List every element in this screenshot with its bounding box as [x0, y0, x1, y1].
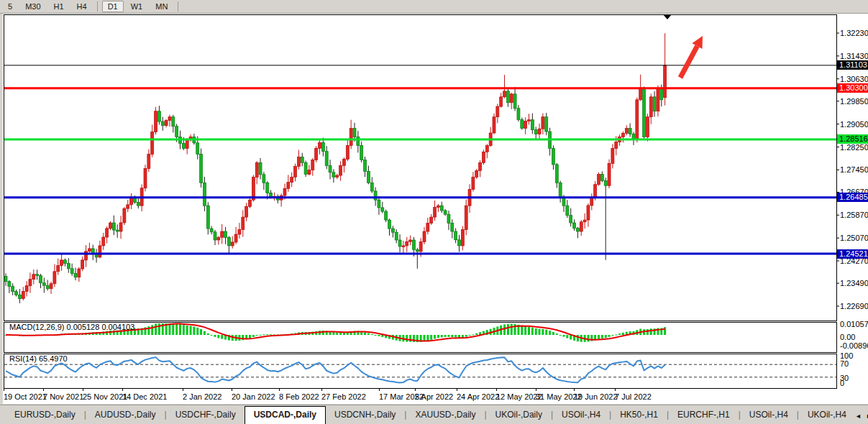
candle-body [517, 109, 520, 120]
candle-body [552, 149, 554, 165]
candle-body [315, 148, 318, 160]
candle-body [224, 231, 227, 237]
candle-body [127, 205, 129, 208]
macd-bar [207, 333, 209, 335]
macd-bar [217, 335, 219, 338]
candle-body [608, 163, 611, 185]
macd-bar [598, 335, 600, 339]
candle-body [221, 231, 224, 237]
candle-body [291, 177, 293, 182]
candle-body [151, 132, 154, 155]
candle-body [36, 275, 39, 276]
macd-bar [503, 325, 506, 335]
macd-bar [531, 328, 534, 335]
candle-body [357, 137, 360, 146]
candle-body [364, 160, 367, 171]
candle-body [311, 160, 314, 170]
candle-body [409, 240, 412, 241]
candle-body [102, 237, 105, 246]
macd-bar [196, 328, 198, 335]
candle-body [430, 217, 433, 223]
macd-bar [179, 324, 181, 335]
macd-bar [608, 335, 611, 337]
candle-body [458, 240, 461, 246]
candle-body [238, 229, 241, 234]
candle-body [472, 177, 475, 189]
macd-bar [647, 329, 649, 335]
candle-body [262, 175, 265, 183]
macd-bar [214, 335, 216, 337]
candle-body [165, 121, 168, 126]
candle-body [531, 120, 534, 130]
macd-bar [262, 334, 265, 335]
candle-body [521, 120, 524, 129]
candle-body [203, 183, 206, 206]
candle-body [545, 117, 548, 132]
price-chart-canvas[interactable] [0, 0, 868, 424]
pane-frame [4, 354, 837, 389]
macd-bar [175, 323, 178, 335]
price-line-badge: 1.31103 [837, 60, 868, 70]
candle-body [22, 291, 24, 298]
macd-bar [611, 335, 613, 336]
macd-bar [542, 329, 544, 335]
macd-bar [507, 324, 509, 335]
candle-body [625, 129, 628, 134]
candle-body [88, 249, 91, 252]
candle-body [63, 260, 66, 264]
candle-body [465, 206, 467, 229]
macd-indicator-label: MACD(12,26,9) 0.005128 0.004103 [9, 323, 134, 331]
candle-body [294, 166, 297, 177]
candle-body [434, 207, 437, 217]
candle-body [353, 129, 356, 137]
candle-body [600, 174, 603, 180]
macd-bar [256, 335, 258, 336]
macd-bar [249, 335, 251, 338]
macd-bar [475, 333, 478, 335]
macd-bar [375, 335, 377, 336]
candle-body [583, 220, 586, 222]
candle-body [42, 283, 45, 286]
candle-body [234, 234, 237, 242]
macd-bar [441, 335, 443, 337]
candle-body [119, 223, 122, 231]
macd-bar [332, 332, 334, 335]
candle-body [649, 97, 652, 117]
candle-body [451, 223, 454, 231]
candle-body [629, 129, 631, 134]
candle-body [231, 242, 234, 246]
macd-bar [378, 335, 380, 336]
candle-body [479, 162, 482, 170]
macd-bar [552, 332, 554, 335]
candle-body [447, 214, 450, 223]
candle-body [206, 206, 209, 229]
candle-body [538, 129, 541, 134]
candle-body [12, 287, 14, 292]
candle-body [4, 277, 7, 282]
candle-body [40, 276, 42, 283]
candle-body [336, 175, 339, 177]
macd-bar [221, 335, 223, 339]
candle-body [70, 269, 73, 274]
macd-bar [444, 335, 447, 337]
candle-body [570, 216, 572, 223]
candle-body [161, 121, 164, 126]
candle-body [503, 91, 506, 97]
macd-bar [260, 335, 262, 336]
candle-body [46, 285, 49, 288]
candle-body [301, 157, 303, 162]
macd-bar [539, 329, 541, 335]
candle-body [576, 229, 579, 232]
candle-body [29, 280, 32, 286]
candle-body [99, 246, 101, 257]
candle-body [562, 198, 565, 206]
candle-body [416, 249, 419, 252]
candle-body [18, 295, 21, 298]
candle-body [510, 94, 513, 103]
candle-body [643, 88, 646, 137]
candle-body [137, 202, 140, 206]
candle-body [155, 111, 157, 132]
candle-body [555, 165, 558, 183]
price-line-badge: 1.24521 [837, 249, 868, 259]
macd-bar [364, 332, 366, 335]
